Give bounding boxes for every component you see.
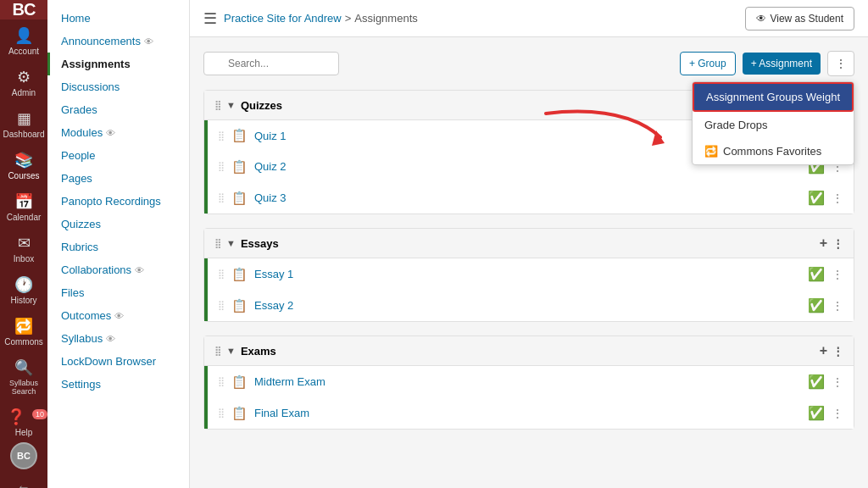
sidebar-item-discussions[interactable]: Discussions (47, 75, 189, 98)
sidebar-item-syllabus[interactable]: Syllabus 👁 (47, 327, 189, 350)
topbar: ☰ Practice Site for Andrew > Assignments… (190, 0, 868, 37)
midterm-row-wrap: ⣿ 📋 Midterm Exam ✅ ⋮ (204, 366, 854, 397)
search-input[interactable] (203, 52, 339, 75)
sidebar-item-home[interactable]: Home (47, 7, 189, 30)
commons-icon: 🔁 (14, 317, 33, 336)
sidebar-item-announcements[interactable]: Announcements 👁 (47, 30, 189, 53)
inbox-icon: ✉ (18, 234, 31, 252)
outcomes-visibility-icon: 👁 (114, 311, 124, 321)
quiz3-more-button[interactable]: ⋮ (832, 191, 843, 205)
dropdown-item-grade-drops[interactable]: Grade Drops (693, 112, 854, 138)
drag-handle-final[interactable]: ⣿ (218, 408, 225, 419)
logo: BC (0, 0, 47, 19)
content-area: 🔍 + Group + Assignment ⋮ Assignment Grou… (190, 37, 868, 488)
final-name[interactable]: Final Exam (254, 407, 801, 419)
group-name-essays: Essays (241, 237, 815, 250)
essay2-icon: 📋 (231, 298, 248, 313)
rail-label-inbox: Inbox (14, 254, 34, 263)
sidebar-item-lockdown[interactable]: LockDown Browser (47, 350, 189, 373)
rail-item-dashboard[interactable]: ▦ Dashboard (0, 103, 47, 144)
sidebar-item-pages[interactable]: Pages (47, 167, 189, 190)
group-name-exams: Exams (241, 345, 815, 358)
drag-handle-quizzes[interactable]: ⣿ (214, 100, 221, 111)
sidebar-item-settings[interactable]: Settings (47, 373, 189, 396)
drag-handle-midterm[interactable]: ⣿ (218, 376, 225, 387)
midterm-check: ✅ (808, 374, 825, 390)
quiz3-check: ✅ (808, 190, 825, 206)
essays-more-button[interactable]: ⋮ (832, 237, 843, 250)
midterm-more-button[interactable]: ⋮ (832, 375, 843, 389)
final-more-button[interactable]: ⋮ (832, 407, 843, 420)
quiz3-name[interactable]: Quiz 3 (254, 191, 801, 204)
add-assignment-button[interactable]: + Assignment (743, 53, 821, 75)
essay2-name[interactable]: Essay 2 (254, 299, 801, 312)
rail-item-account[interactable]: 👤 Account (0, 19, 47, 61)
rail-label-calendar: Calendar (7, 213, 42, 222)
help-icon: ❓10 (7, 408, 41, 426)
rail-label-account: Account (8, 47, 39, 56)
left-rail: BC 👤 Account ⚙ Admin ▦ Dashboard 📚 Cours… (0, 0, 47, 488)
essay1-row: ⣿ 📋 Essay 1 ✅ ⋮ (208, 258, 854, 290)
chevron-quizzes[interactable]: ▼ (226, 100, 236, 110)
rail-item-syllabus-search[interactable]: 🔍 SyllabusSearch (0, 352, 47, 401)
collapse-rail-button[interactable]: ← (17, 473, 31, 488)
sidebar-item-files[interactable]: Files (47, 281, 189, 304)
essay1-more-button[interactable]: ⋮ (832, 268, 843, 281)
add-to-exams-button[interactable]: + (820, 343, 827, 358)
dropdown-item-commons-favorites[interactable]: 🔁 Commons Favorites (693, 138, 854, 164)
add-group-button[interactable]: + Group (680, 52, 736, 75)
rail-label-history: History (10, 296, 36, 305)
drag-handle-quiz1[interactable]: ⣿ (218, 130, 225, 141)
syllabus-search-icon: 🔍 (14, 358, 33, 377)
essay1-name[interactable]: Essay 1 (254, 268, 801, 280)
quiz1-icon: 📋 (231, 128, 248, 143)
drag-handle-quiz3[interactable]: ⣿ (218, 192, 225, 203)
hamburger-menu-button[interactable]: ☰ (203, 9, 217, 28)
more-options-button[interactable]: ⋮ (827, 51, 854, 76)
rail-label-dashboard: Dashboard (3, 130, 45, 139)
rail-item-commons[interactable]: 🔁 Commons (0, 310, 47, 352)
rail-item-courses[interactable]: 📚 Courses (0, 144, 47, 186)
search-wrapper: 🔍 (203, 52, 339, 75)
collaborations-visibility-icon: 👁 (135, 265, 144, 275)
sidebar-item-people[interactable]: People (47, 144, 189, 167)
sidebar-item-quizzes[interactable]: Quizzes (47, 213, 189, 236)
breadcrumb: Practice Site for Andrew > Assignments (224, 12, 418, 25)
rail-item-history[interactable]: 🕐 History (0, 269, 47, 310)
assignment-group-exams: ⣿ ▼ Exams + ⋮ ⣿ 📋 Midterm Exam ✅ ⋮ (203, 336, 854, 430)
exams-more-button[interactable]: ⋮ (832, 345, 843, 358)
drag-handle-essay1[interactable]: ⣿ (218, 269, 225, 280)
sidebar-item-assignments[interactable]: Assignments (47, 53, 189, 75)
sidebar-item-rubrics[interactable]: Rubrics (47, 236, 189, 258)
midterm-name[interactable]: Midterm Exam (254, 375, 801, 388)
sidebar-item-modules[interactable]: Modules 👁 (47, 121, 189, 144)
dropdown-item-assignment-groups-weight[interactable]: Assignment Groups Weight (693, 82, 854, 112)
modules-visibility-icon: 👁 (106, 128, 115, 138)
chevron-exams[interactable]: ▼ (226, 346, 236, 356)
sidebar: Home Announcements 👁 Assignments Discuss… (47, 0, 190, 488)
chevron-essays[interactable]: ▼ (226, 238, 236, 248)
drag-handle-quiz2[interactable]: ⣿ (218, 161, 225, 172)
rail-item-admin[interactable]: ⚙ Admin (0, 61, 47, 103)
sidebar-item-grades[interactable]: Grades (47, 98, 189, 121)
drag-handle-exams[interactable]: ⣿ (214, 346, 221, 357)
rail-bottom: BC ← (0, 442, 47, 488)
rail-item-inbox[interactable]: ✉ Inbox (0, 227, 47, 269)
final-icon: 📋 (231, 406, 248, 421)
add-to-essays-button[interactable]: + (820, 236, 827, 251)
drag-handle-essays[interactable]: ⣿ (214, 238, 221, 249)
history-icon: 🕐 (14, 275, 33, 294)
essay2-more-button[interactable]: ⋮ (832, 299, 843, 313)
user-avatar[interactable]: BC (10, 442, 37, 469)
rail-item-help[interactable]: ❓10 Help (0, 401, 47, 442)
view-as-student-button[interactable]: 👁 View as Student (745, 7, 854, 30)
breadcrumb-course-link[interactable]: Practice Site for Andrew (224, 12, 342, 25)
courses-icon: 📚 (14, 151, 33, 169)
drag-handle-essay2[interactable]: ⣿ (218, 300, 225, 311)
main-area: ☰ Practice Site for Andrew > Assignments… (190, 0, 868, 488)
sidebar-item-collaborations[interactable]: Collaborations 👁 (47, 258, 189, 281)
final-row: ⣿ 📋 Final Exam ✅ ⋮ (208, 397, 854, 429)
rail-item-calendar[interactable]: 📅 Calendar (0, 186, 47, 227)
sidebar-item-panopto[interactable]: Panopto Recordings (47, 190, 189, 213)
sidebar-item-outcomes[interactable]: Outcomes 👁 (47, 304, 189, 327)
